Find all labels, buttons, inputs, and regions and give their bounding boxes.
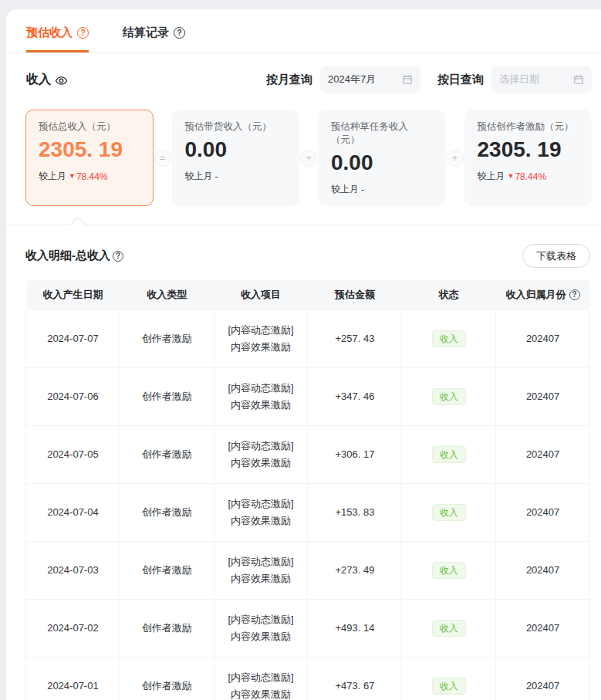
card-label: 预估总收入（元） <box>39 120 140 134</box>
cell-income-date: 2024-07-03 <box>26 541 120 599</box>
project-line: [内容动态激励] <box>214 322 308 338</box>
income-title-label: 收入 <box>26 72 51 88</box>
card-footer-label: 较上月 <box>39 170 66 183</box>
income-table-body: 2024-07-07创作者激励[内容动态激励]内容效果激励+257. 43收入2… <box>26 309 590 700</box>
change-value: - <box>361 184 364 195</box>
cell-income-project: [内容动态激励]内容效果激励 <box>214 425 308 483</box>
change-value: 78.44% <box>515 171 546 182</box>
cell-month: 202407 <box>496 599 590 657</box>
help-icon[interactable]: ? <box>174 27 185 39</box>
cards-divider <box>6 225 601 225</box>
card-footer-label: 较上月 <box>185 170 213 183</box>
cell-income-type: 创作者激励 <box>120 599 214 657</box>
day-picker-input[interactable]: 选择日期 <box>491 66 592 93</box>
cell-status: 收入 <box>402 599 496 657</box>
tab-settlement-records-label: 结算记录 <box>123 25 169 40</box>
stat-cards-row: 预估总收入（元） 2305. 19 较上月 ▼78.44% = 预估带货收入（元… <box>6 93 601 206</box>
cell-month: 202407 <box>496 657 590 700</box>
header-row: 收入产生日期 收入类型 收入项目 预估金额 状态 收入归属月份? <box>26 280 590 309</box>
card-label: 预估带货收入（元） <box>185 120 287 134</box>
cell-income-project: [内容动态激励]内容效果激励 <box>214 541 308 599</box>
cell-amount: +153. 83 <box>308 483 402 541</box>
project-line: 内容效果激励 <box>214 512 308 529</box>
eye-icon[interactable] <box>55 74 68 87</box>
download-table-button[interactable]: 下载表格 <box>522 244 590 268</box>
card-label: 预估种草任务收入（元） <box>331 120 433 147</box>
cell-income-type: 创作者激励 <box>120 367 214 425</box>
table-row: 2024-07-03创作者激励[内容动态激励]内容效果激励+273. 49收入2… <box>26 541 590 599</box>
status-badge: 收入 <box>432 504 466 521</box>
plus-icon: + <box>447 150 464 167</box>
main-panel: 预估收入 ? 结算记录 ? 收入 按月查询 2024年7月 <box>6 9 601 700</box>
card-footer: 较上月 ▼78.44% <box>478 170 579 183</box>
project-line: [内容动态激励] <box>214 611 308 627</box>
project-line: [内容动态激励] <box>214 669 308 685</box>
header-income-project: 收入项目 <box>214 280 308 309</box>
table-row: 2024-07-06创作者激励[内容动态激励]内容效果激励+347. 46收入2… <box>26 367 590 425</box>
header-income-month: 收入归属月份? <box>496 280 590 309</box>
table-row: 2024-07-07创作者激励[内容动态激励]内容效果激励+257. 43收入2… <box>26 309 590 367</box>
cell-amount: +493. 14 <box>308 599 402 657</box>
project-line: 内容效果激励 <box>214 686 308 700</box>
down-triangle-icon: ▼ <box>69 173 76 180</box>
cell-status: 收入 <box>402 483 496 541</box>
card-value: 0.00 <box>185 137 287 162</box>
help-icon[interactable]: ? <box>77 27 89 39</box>
month-query-group: 按月查询 2024年7月 <box>266 66 420 93</box>
month-query-label: 按月查询 <box>266 73 312 87</box>
card-footer: 较上月 ▼78.44% <box>39 170 140 183</box>
day-query-group: 按日查询 选择日期 <box>437 66 592 93</box>
card-total-income[interactable]: 预估总收入（元） 2305. 19 较上月 ▼78.44% <box>25 110 154 206</box>
change-value: 78.44% <box>76 171 108 182</box>
project-line: [内容动态激励] <box>214 438 308 454</box>
status-badge: 收入 <box>432 388 466 405</box>
header-income-type: 收入类型 <box>120 280 214 309</box>
tab-estimated-income-label: 预估收入 <box>26 25 73 40</box>
calendar-icon <box>402 74 413 85</box>
table-row: 2024-07-05创作者激励[内容动态激励]内容效果激励+306. 17收入2… <box>26 425 590 483</box>
project-line: [内容动态激励] <box>214 380 308 396</box>
cell-income-date: 2024-07-06 <box>26 367 120 425</box>
cell-income-type: 创作者激励 <box>120 541 214 599</box>
card-creator-incentive[interactable]: 预估创作者激励（元） 2305. 19 较上月 ▼78.44% <box>464 110 593 206</box>
cell-month: 202407 <box>496 425 590 483</box>
project-line: 内容效果激励 <box>214 628 308 644</box>
card-label: 预估创作者激励（元） <box>478 120 579 134</box>
day-picker-placeholder: 选择日期 <box>499 73 539 86</box>
project-line: 内容效果激励 <box>214 339 308 355</box>
card-footer-label: 较上月 <box>478 170 505 183</box>
status-badge: 收入 <box>432 678 466 695</box>
cell-status: 收入 <box>402 309 496 367</box>
income-table: 收入产生日期 收入类型 收入项目 预估金额 状态 收入归属月份? 2024-07… <box>25 280 590 700</box>
tab-settlement-records[interactable]: 结算记录 ? <box>123 25 185 52</box>
income-table-head: 收入产生日期 收入类型 收入项目 预估金额 状态 收入归属月份? <box>26 280 590 309</box>
cell-amount: +273. 49 <box>308 541 402 599</box>
cell-income-type: 创作者激励 <box>120 657 214 700</box>
cell-month: 202407 <box>496 541 590 599</box>
cell-status: 收入 <box>402 657 496 700</box>
card-footer-label: 较上月 <box>331 183 359 196</box>
help-icon[interactable]: ? <box>569 289 580 300</box>
table-row: 2024-07-02创作者激励[内容动态激励]内容效果激励+493. 14收入2… <box>26 599 590 657</box>
table-row: 2024-07-04创作者激励[内容动态激励]内容效果激励+153. 83收入2… <box>26 483 590 541</box>
tab-estimated-income[interactable]: 预估收入 ? <box>26 25 89 52</box>
help-icon[interactable]: ? <box>113 251 123 262</box>
project-line: 内容效果激励 <box>214 397 308 413</box>
card-value: 2305. 19 <box>478 137 579 162</box>
project-line: 内容效果激励 <box>214 570 308 587</box>
cell-month: 202407 <box>496 483 590 541</box>
cell-status: 收入 <box>402 367 496 425</box>
income-detail-title-label: 收入明细-总收入 <box>25 249 110 263</box>
project-line: [内容动态激励] <box>214 495 308 512</box>
card-goods-income[interactable]: 预估带货收入（元） 0.00 较上月 - <box>172 110 300 206</box>
calendar-icon <box>573 74 584 85</box>
card-seeding-task-income[interactable]: 预估种草任务收入（元） 0.00 较上月 - <box>318 110 446 206</box>
income-detail-title: 收入明细-总收入 ? <box>25 249 123 263</box>
down-triangle-icon: ▼ <box>508 173 515 180</box>
cell-income-type: 创作者激励 <box>120 483 214 541</box>
month-picker-input[interactable]: 2024年7月 <box>320 66 420 93</box>
cell-income-type: 创作者激励 <box>120 425 214 483</box>
cell-month: 202407 <box>496 367 590 425</box>
status-badge: 收入 <box>432 620 466 637</box>
status-badge: 收入 <box>432 330 466 347</box>
